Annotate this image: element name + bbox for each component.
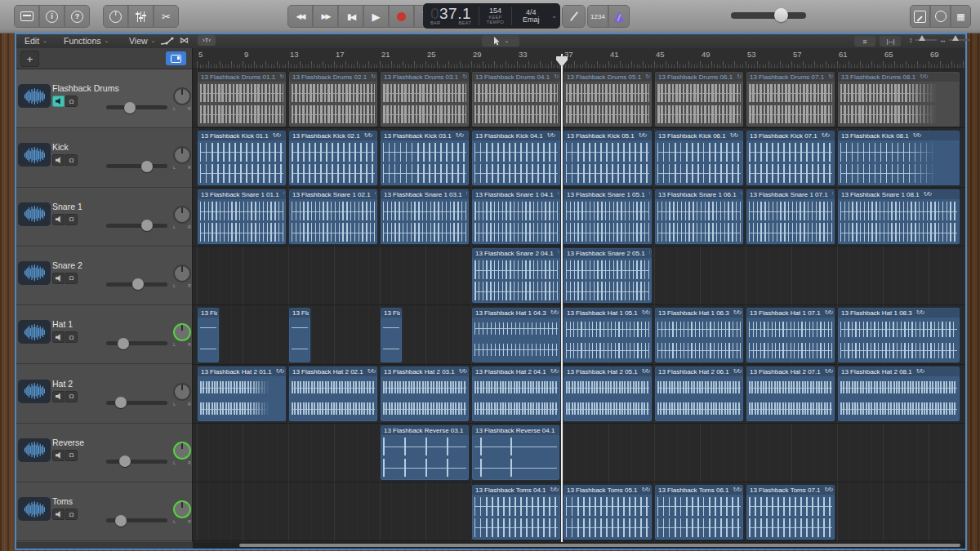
- track-header[interactable]: Hat 1ΩLR: [16, 305, 192, 364]
- audio-region[interactable]: 13 Flashback Kick 05.1↻↻: [563, 130, 653, 186]
- lcd-display[interactable]: 037.1 BAR BEAT 154 KEEP TEMPO 4/4 Emaj ⌄: [423, 3, 560, 29]
- audio-region[interactable]: 13 Flashback Drums 01.1↻↻: [197, 71, 287, 127]
- track-header[interactable]: KickΩLR: [16, 128, 192, 187]
- audio-region[interactable]: 13 Flashback Snare 1 05.1↻↻: [563, 189, 653, 245]
- audio-region[interactable]: 13 Flashback Reverse 04.1↻↻: [471, 424, 560, 481]
- audio-region[interactable]: 13 Flashback Snare 2 05.1↻↻: [563, 247, 653, 304]
- go-to-beginning-button[interactable]: ▮◀: [339, 6, 363, 27]
- tuner-icon[interactable]: [563, 6, 585, 27]
- mute-button[interactable]: [52, 450, 65, 461]
- track-header[interactable]: Snare 1ΩLR: [16, 188, 192, 247]
- solo-button[interactable]: Ω: [65, 96, 78, 107]
- audio-region[interactable]: 13 Flashback Drums 02.1↻↻: [288, 71, 378, 127]
- pan-knob[interactable]: [173, 383, 191, 401]
- track-header[interactable]: Hat 2ΩLR: [16, 365, 192, 424]
- metronome-button[interactable]: [609, 6, 629, 27]
- audio-region[interactable]: 13 Flashback Hat 1 08.3↻↻: [837, 307, 960, 363]
- audio-region[interactable]: 13 Flashback Kick 03.1↻↻: [380, 130, 470, 186]
- track-header[interactable]: Flashback DrumsΩLR: [16, 69, 192, 128]
- audio-region[interactable]: 13 Flashback Kick 04.1↻↻: [471, 130, 561, 186]
- track-name[interactable]: Snare 2: [52, 260, 82, 270]
- audio-region[interactable]: 13 Flashback Kick 08.1↻↻: [837, 130, 960, 186]
- audio-region[interactable]: 13 Flashback Snare 1 02.1↻↻: [288, 189, 378, 245]
- audio-region[interactable]: 13 Flashback Drums 03.1↻↻: [380, 71, 470, 127]
- mute-button[interactable]: [52, 154, 65, 166]
- pan-knob[interactable]: [173, 442, 191, 460]
- key-signature-display[interactable]: 4/4 Emaj: [512, 3, 550, 29]
- audio-region[interactable]: 13 Flashback Toms 06.1↻↻: [654, 484, 744, 540]
- solo-button[interactable]: Ω: [65, 391, 78, 402]
- audio-region[interactable]: 13 Flashback Drums 04.1↻↻: [471, 71, 561, 127]
- solo-button[interactable]: Ω: [65, 450, 78, 461]
- mute-button[interactable]: [52, 96, 65, 107]
- loop-browser-icon[interactable]: [931, 6, 951, 27]
- audio-region[interactable]: 13 Flashback Hat 1 06.3↻↻: [654, 307, 744, 363]
- mixer-icon[interactable]: [129, 6, 154, 27]
- arrange-area[interactable]: 13 Flashback Drums 01.1↻↻13 Flashback Dr…: [193, 69, 965, 542]
- master-volume-slider[interactable]: [731, 12, 806, 19]
- track-header-config-button[interactable]: [166, 51, 186, 65]
- pan-knob[interactable]: [173, 87, 191, 105]
- track-header[interactable]: Snare 2ΩLR: [16, 247, 192, 305]
- audio-region[interactable]: 13 Flashback Hat 2 01.1↻↻: [197, 366, 287, 422]
- play-button[interactable]: ▶: [364, 6, 389, 27]
- audio-region[interactable]: 13 Flashback Snare 1 01.1↻↻: [197, 189, 287, 245]
- snap-icon[interactable]: ›T‹: [198, 35, 216, 46]
- track-volume-slider[interactable]: [106, 460, 167, 464]
- track-name[interactable]: Reverse: [52, 438, 84, 447]
- audio-region[interactable]: 13 Flashback Hat 1 07.1↻↻: [746, 307, 835, 363]
- volume-knob[interactable]: [119, 455, 131, 467]
- track-volume-slider[interactable]: [106, 105, 167, 109]
- master-volume-knob[interactable]: [774, 8, 788, 22]
- audio-region[interactable]: 13 Flashback Kick 01.1↻↻: [197, 130, 287, 186]
- audio-region[interactable]: 13 Flashback Snare 1 07.1↻↻: [746, 189, 835, 245]
- audio-region[interactable]: 13 Flashback Kick 07.1↻↻: [746, 130, 835, 186]
- pan-knob[interactable]: [173, 500, 191, 518]
- tempo-display[interactable]: 154 KEEP TEMPO: [479, 3, 511, 29]
- automation-icon[interactable]: [160, 37, 175, 46]
- track-header[interactable]: TomsΩLR: [16, 482, 192, 541]
- solo-button[interactable]: Ω: [65, 214, 78, 225]
- track-name[interactable]: Snare 1: [52, 202, 82, 211]
- volume-knob[interactable]: [124, 102, 136, 113]
- audio-region[interactable]: 13 Flashback Toms 04.1↻↻: [471, 484, 561, 540]
- audio-region[interactable]: 13 Flashback Hat 2 02.1↻↻: [288, 366, 378, 422]
- audio-region[interactable]: 13 Flashback Hat 2 07.1↻↻: [746, 366, 835, 422]
- record-button[interactable]: [390, 6, 414, 27]
- track-name[interactable]: Hat 2: [52, 379, 73, 389]
- audio-region[interactable]: 13 Flas: [288, 307, 311, 363]
- audio-region[interactable]: 13 Flashback Snare 1 03.1↻↻: [380, 189, 470, 245]
- track-volume-slider[interactable]: [106, 224, 167, 228]
- view-menu[interactable]: View⌄: [129, 36, 155, 46]
- track-header[interactable]: ReverseΩLR: [16, 424, 192, 482]
- smart-controls-icon[interactable]: [104, 6, 128, 27]
- horizontal-zoom-slider[interactable]: ↔: [939, 36, 970, 44]
- volume-knob[interactable]: [141, 161, 153, 172]
- audio-region[interactable]: 13 Flashback Drums 05.1↻↻: [563, 71, 653, 127]
- crossfade-icon[interactable]: ⋈: [180, 35, 189, 46]
- quick-help-icon[interactable]: i: [40, 6, 65, 27]
- audio-region[interactable]: 13 Flashback Drums 07.1↻↻: [746, 71, 835, 127]
- mute-button[interactable]: [52, 214, 65, 225]
- audio-region[interactable]: 13 Flashback Snare 1 08.1↻↻: [837, 189, 960, 245]
- editors-icon[interactable]: ✂: [154, 6, 178, 27]
- audio-region[interactable]: 13 Flashback Kick 06.1↻↻: [654, 130, 744, 186]
- audio-region[interactable]: 13 Flashback Toms 05.1↻↻: [563, 484, 653, 540]
- solo-button[interactable]: Ω: [65, 154, 78, 166]
- mute-button[interactable]: [52, 509, 65, 520]
- audio-region[interactable]: 13 Flashback Kick 02.1↻↻: [288, 130, 378, 186]
- scrollbar-thumb[interactable]: [239, 544, 960, 547]
- audio-region[interactable]: 13 Flashback Hat 2 06.1↻↻: [654, 366, 744, 422]
- volume-knob[interactable]: [115, 397, 127, 408]
- horizontal-scrollbar[interactable]: [193, 542, 965, 549]
- chevron-down-icon[interactable]: ⌄: [551, 12, 557, 20]
- waveform-zoom-icon[interactable]: ≡: [854, 36, 875, 47]
- media-browser-icon[interactable]: ▦: [951, 6, 970, 27]
- audio-region[interactable]: 13 Flashback Hat 1 04.3↻↻: [471, 307, 561, 363]
- pan-knob[interactable]: [173, 146, 191, 164]
- volume-knob[interactable]: [132, 278, 144, 290]
- audio-region[interactable]: 13 Flas: [197, 307, 220, 363]
- solo-button[interactable]: Ω: [65, 331, 78, 343]
- track-name[interactable]: Hat 1: [52, 319, 73, 329]
- forward-button[interactable]: ▶▶: [314, 6, 338, 27]
